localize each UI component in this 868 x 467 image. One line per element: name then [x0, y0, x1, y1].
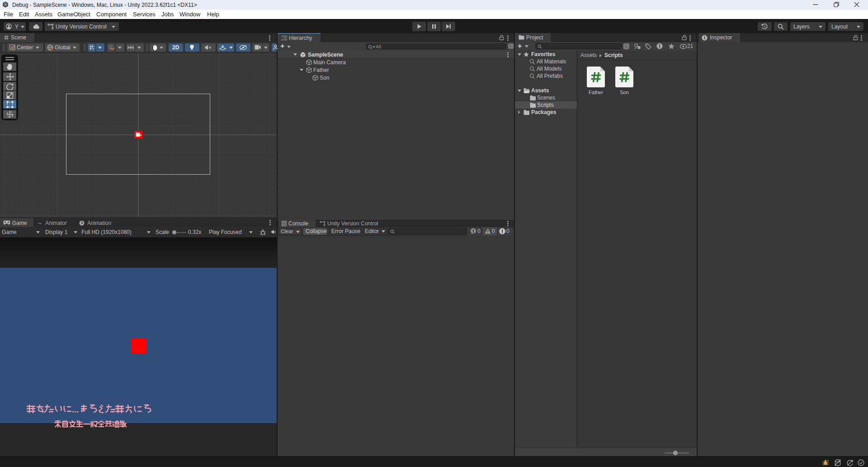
svg-text:Y: Y [92, 48, 94, 51]
